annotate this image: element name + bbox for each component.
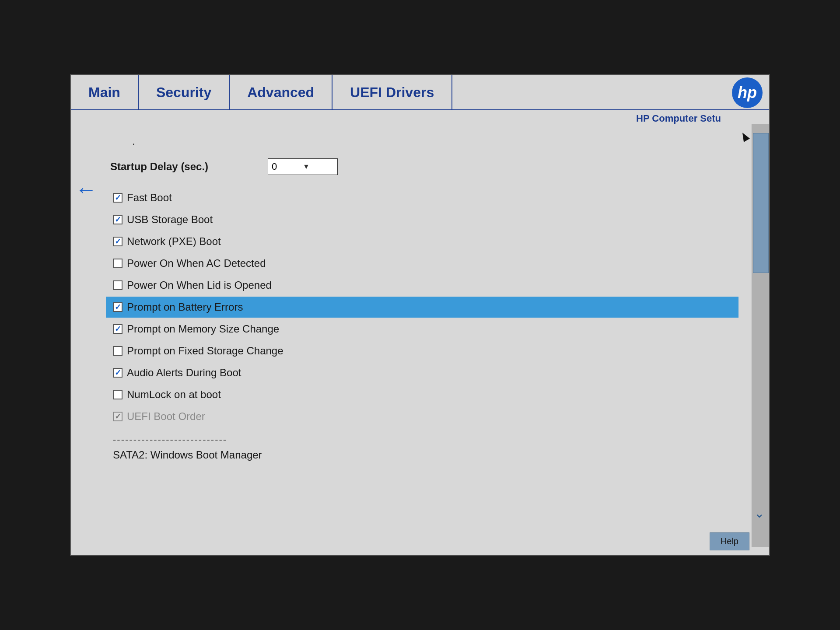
- checkbox-prompt-memory-size-label: Prompt on Memory Size Change: [127, 323, 279, 335]
- checkbox-power-on-ac[interactable]: Power On When AC Detected: [106, 253, 738, 274]
- checkbox-numlock-boot[interactable]: NumLock on at boot: [106, 384, 738, 405]
- checkbox-numlock-boot-box: [113, 390, 122, 399]
- nav-main[interactable]: Main: [88, 75, 139, 109]
- checkbox-power-on-ac-label: Power On When AC Detected: [127, 257, 266, 270]
- checkbox-network-pxe-boot-label: Network (PXE) Boot: [127, 235, 221, 248]
- content-area: ← · Startup Delay (sec.) 0 ▼ Fast Boot U…: [71, 124, 769, 547]
- scrollbar[interactable]: ⌄: [752, 124, 769, 547]
- scrollbar-thumb[interactable]: [753, 133, 769, 273]
- checkbox-fast-boot-box: [113, 193, 122, 203]
- checkbox-numlock-boot-label: NumLock on at boot: [127, 388, 221, 401]
- checkbox-uefi-boot-order-label: UEFI Boot Order: [127, 410, 205, 423]
- checkbox-prompt-fixed-storage-box: [113, 346, 122, 356]
- nav-advanced[interactable]: Advanced: [230, 75, 332, 109]
- dropdown-arrow-icon: ▼: [303, 163, 334, 171]
- checkbox-prompt-battery-errors[interactable]: Prompt on Battery Errors: [106, 297, 738, 318]
- checkbox-power-on-lid[interactable]: Power On When Lid is Opened: [106, 275, 738, 296]
- bios-screen: Main Security Advanced UEFI Drivers hp H…: [70, 74, 770, 556]
- help-button[interactable]: Help: [710, 532, 749, 550]
- checkbox-prompt-fixed-storage-label: Prompt on Fixed Storage Change: [127, 345, 284, 357]
- nav-uefi-drivers[interactable]: UEFI Drivers: [332, 75, 452, 109]
- boot-manager-label: SATA2: Windows Boot Manager: [113, 449, 738, 461]
- hp-logo-circle: hp: [732, 77, 763, 108]
- checkbox-audio-alerts-box: [113, 368, 122, 378]
- scrollbar-down-icon[interactable]: ⌄: [754, 506, 764, 521]
- checkbox-network-pxe-boot-box: [113, 237, 122, 246]
- checkbox-prompt-battery-errors-box: [113, 302, 122, 312]
- checkbox-prompt-fixed-storage[interactable]: Prompt on Fixed Storage Change: [106, 340, 738, 361]
- nav-security[interactable]: Security: [139, 75, 230, 109]
- checkbox-audio-alerts[interactable]: Audio Alerts During Boot: [106, 362, 738, 383]
- nav-bar: Main Security Advanced UEFI Drivers hp: [71, 75, 769, 110]
- checkbox-prompt-memory-size[interactable]: Prompt on Memory Size Change: [106, 318, 738, 340]
- startup-delay-row: Startup Delay (sec.) 0 ▼: [110, 158, 738, 175]
- checkbox-prompt-memory-size-box: [113, 324, 122, 334]
- settings-panel: · Startup Delay (sec.) 0 ▼ Fast Boot USB…: [71, 124, 752, 547]
- hp-subtitle: HP Computer Setu: [71, 110, 769, 124]
- hp-logo: hp: [725, 75, 769, 110]
- checkbox-usb-storage-boot-label: USB Storage Boot: [127, 214, 213, 226]
- checkbox-power-on-ac-box: [113, 259, 122, 268]
- checkbox-fast-boot-label: Fast Boot: [127, 192, 172, 204]
- startup-delay-value: 0: [272, 161, 303, 172]
- left-arrow-button[interactable]: ←: [75, 177, 97, 202]
- startup-delay-dropdown[interactable]: 0 ▼: [268, 158, 338, 175]
- checkbox-power-on-lid-label: Power On When Lid is Opened: [127, 279, 272, 291]
- checkbox-uefi-boot-order[interactable]: UEFI Boot Order: [106, 406, 738, 427]
- dot-indicator: ·: [132, 137, 738, 150]
- checkbox-audio-alerts-label: Audio Alerts During Boot: [127, 367, 241, 379]
- startup-delay-label: Startup Delay (sec.): [110, 161, 268, 173]
- checkbox-power-on-lid-box: [113, 280, 122, 290]
- separator-line: ----------------------------: [113, 434, 738, 445]
- checkbox-uefi-boot-order-box: [113, 412, 122, 421]
- checkbox-usb-storage-boot[interactable]: USB Storage Boot: [106, 209, 738, 230]
- checkbox-fast-boot[interactable]: Fast Boot: [106, 187, 738, 208]
- checkbox-network-pxe-boot[interactable]: Network (PXE) Boot: [106, 231, 738, 252]
- checkbox-prompt-battery-errors-label: Prompt on Battery Errors: [127, 301, 243, 313]
- checkbox-usb-storage-boot-box: [113, 215, 122, 224]
